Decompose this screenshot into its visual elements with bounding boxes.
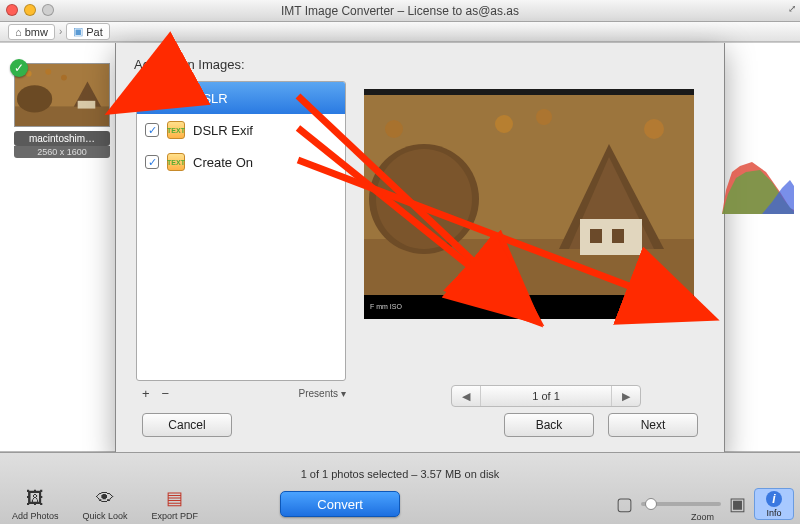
zoom-out-icon[interactable]: ▢ <box>616 493 633 515</box>
status-bar: 1 of 1 photos selected – 3.57 MB on disk <box>0 464 800 484</box>
svg-point-19 <box>536 109 552 125</box>
export-pdf-button[interactable]: ▤ Export PDF <box>140 487 211 521</box>
toolbar-label: Export PDF <box>152 511 199 521</box>
zoom-window-button[interactable] <box>42 4 54 16</box>
pager: ◀ 1 of 1 ▶ <box>451 385 641 407</box>
svg-point-2 <box>17 85 52 112</box>
toolbar-label: Quick Look <box>83 511 128 521</box>
breadcrumb: ⌂ bmw › ▣ Pat <box>0 22 800 42</box>
action-label: DSLR Exif <box>193 123 253 138</box>
breadcrumb-label: bmw <box>25 26 48 38</box>
convert-button[interactable]: Convert <box>280 491 400 517</box>
home-icon: ⌂ <box>15 26 22 38</box>
folder-icon: ▣ <box>73 25 83 38</box>
svg-point-21 <box>385 120 403 138</box>
svg-text:@ 17:05:28 12:15: @ 17:05:28 12:15 <box>644 304 692 310</box>
svg-rect-15 <box>580 219 642 255</box>
svg-point-7 <box>61 75 67 81</box>
preview-image: F mm ISO @ 17:05:28 12:15 <box>364 89 694 319</box>
checkbox-icon[interactable]: ✓ <box>145 91 159 105</box>
zoom-label: Zoom <box>691 512 714 522</box>
breadcrumb-item[interactable]: ⌂ bmw <box>8 24 55 40</box>
toolbar: 🖼 Add Photos 👁 Quick Look ▤ Export PDF C… <box>0 484 800 524</box>
breadcrumb-item[interactable]: ▣ Pat <box>66 23 110 40</box>
close-window-button[interactable] <box>6 4 18 16</box>
svg-point-18 <box>495 115 513 133</box>
main-content: ✓ macintoshim… 2560 x 1600 Actions on Im… <box>0 42 800 452</box>
presents-label: Presents <box>299 388 338 399</box>
quick-look-button[interactable]: 👁 Quick Look <box>71 488 140 521</box>
pager-label: 1 of 1 <box>480 386 612 406</box>
thumbnail-image <box>14 63 110 127</box>
titlebar: IMT Image Converter – License to as@as.a… <box>0 0 800 22</box>
info-label: Info <box>766 508 781 518</box>
exif-icon: TEXT <box>167 121 185 139</box>
presents-dropdown[interactable]: Presents ▾ <box>299 388 346 399</box>
svg-point-20 <box>644 119 664 139</box>
add-photos-icon: 🖼 <box>26 488 44 509</box>
toolbar-label: Add Photos <box>12 511 59 521</box>
chevron-right-icon: › <box>59 26 62 37</box>
minimize-window-button[interactable] <box>24 4 36 16</box>
pager-prev-button[interactable]: ◀ <box>452 390 480 403</box>
thumbnail-dimensions: 2560 x 1600 <box>14 146 110 158</box>
back-button[interactable]: Back <box>504 413 594 437</box>
pager-next-button[interactable]: ▶ <box>612 390 640 403</box>
remove-action-button[interactable]: − <box>156 386 176 401</box>
checkbox-icon[interactable]: ✓ <box>145 155 159 169</box>
photo-thumbnail[interactable]: ✓ macintoshim… 2560 x 1600 <box>14 63 110 158</box>
info-button[interactable]: i Info <box>754 488 794 520</box>
actions-list: ✓ DSLR ✓ TEXT DSLR Exif ✓ TEXT Create On <box>136 81 346 381</box>
add-photos-button[interactable]: 🖼 Add Photos <box>0 488 71 521</box>
fullscreen-icon[interactable]: ⤢ <box>788 3 796 14</box>
dialog-title: Actions on Images: <box>116 43 724 78</box>
action-item-dslr-exif[interactable]: ✓ TEXT DSLR Exif <box>137 114 345 146</box>
checkbox-icon[interactable]: ✓ <box>145 123 159 137</box>
add-action-button[interactable]: + <box>136 386 156 401</box>
zoom-slider[interactable] <box>641 502 721 506</box>
svg-point-6 <box>45 69 51 75</box>
zoom-in-icon[interactable]: ▣ <box>729 493 746 515</box>
next-button[interactable]: Next <box>608 413 698 437</box>
dslr-icon <box>167 89 185 107</box>
svg-text:F  mm ISO: F mm ISO <box>370 303 402 310</box>
action-label: DSLR <box>193 91 228 106</box>
chevron-down-icon: ▾ <box>341 388 346 399</box>
window-title: IMT Image Converter – License to as@as.a… <box>0 4 800 18</box>
pdf-icon: ▤ <box>166 487 183 509</box>
check-badge-icon: ✓ <box>10 59 28 77</box>
cancel-button[interactable]: Cancel <box>142 413 232 437</box>
svg-rect-16 <box>590 229 602 243</box>
footer: 1 of 1 photos selected – 3.57 MB on disk… <box>0 452 800 524</box>
action-item-dslr[interactable]: ✓ DSLR <box>137 82 345 114</box>
action-label: Create On <box>193 155 253 170</box>
action-item-create-on[interactable]: ✓ TEXT Create On <box>137 146 345 178</box>
thumbnail-filename: macintoshim… <box>14 131 110 146</box>
svg-rect-17 <box>612 229 624 243</box>
create-on-icon: TEXT <box>167 153 185 171</box>
breadcrumb-label: Pat <box>86 26 103 38</box>
eye-icon: 👁 <box>96 488 114 509</box>
histogram <box>722 142 794 214</box>
info-icon: i <box>766 491 782 507</box>
svg-point-12 <box>376 149 472 249</box>
svg-rect-4 <box>78 101 96 109</box>
actions-dialog: Actions on Images: ✓ DSLR ✓ TEXT DSLR Ex… <box>115 43 725 458</box>
app-window: IMT Image Converter – License to as@as.a… <box>0 0 800 524</box>
